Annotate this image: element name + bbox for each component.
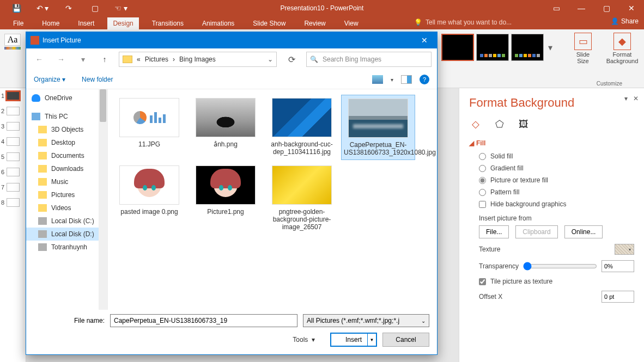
chevron-down-icon[interactable]: ⌄ — [268, 56, 273, 63]
filetype-select[interactable]: All Pictures (*.emf;*.wmf;*.jpg;*.j ⌄ — [303, 314, 429, 327]
slide-thumb-7[interactable]: 7 — [1, 183, 25, 192]
dialog-close-icon[interactable]: ✕ — [416, 36, 433, 45]
slide-thumb-3[interactable]: 3 — [1, 122, 25, 131]
tree-scrollbar[interactable] — [99, 89, 107, 310]
file-item[interactable]: anh-background-cuc-dep_110341116.jpg — [265, 95, 339, 160]
tree-3d-objects[interactable]: 3D Objects — [26, 123, 107, 136]
present-from-start-icon[interactable]: ▢ — [82, 0, 108, 16]
dialog-titlebar[interactable]: Insert Picture ✕ — [26, 32, 437, 48]
online-button[interactable]: Online... — [564, 225, 603, 238]
organize-button[interactable]: Organize ▾ — [34, 76, 65, 83]
tab-insert[interactable]: Insert — [72, 17, 100, 29]
back-icon[interactable]: ← — [32, 55, 47, 64]
tree-this-pc[interactable]: This PC — [26, 110, 107, 123]
undo-icon[interactable]: ↶ ▾ — [29, 0, 56, 16]
radio-gradient-fill[interactable]: Gradient fill — [479, 164, 634, 172]
variant-1[interactable] — [441, 34, 474, 61]
variants-more-icon[interactable]: ▾ — [548, 42, 552, 53]
radio-picture-fill[interactable]: Picture or texture fill — [479, 176, 634, 184]
collapse-icon: ◢ — [469, 139, 474, 147]
file-item[interactable]: pngtree-golden-background-picture-image_… — [265, 162, 339, 234]
ribbon-options-icon[interactable]: ▭ — [544, 0, 569, 16]
insert-button[interactable]: Insert ▼ — [330, 333, 377, 347]
file-item[interactable]: pasted image 0.png — [112, 162, 186, 234]
touch-mode-icon[interactable]: ☜ ▾ — [108, 0, 134, 16]
tree-local-disk-c[interactable]: Local Disk (C:) — [26, 214, 107, 228]
tree-label: OneDrive — [45, 94, 72, 102]
preview-pane-icon[interactable] — [401, 75, 412, 84]
slide-thumb-6[interactable]: 6 — [1, 168, 25, 176]
radio-solid-fill[interactable]: Solid fill — [479, 152, 634, 160]
breadcrumb[interactable]: « Pictures › Bing Images ⌄ — [119, 52, 277, 67]
tab-design[interactable]: Design — [107, 17, 138, 29]
folder-icon — [38, 178, 47, 186]
texture-picker[interactable]: ▾ — [615, 244, 634, 255]
slide-size-button[interactable]: ▭ Slide Size — [567, 33, 599, 64]
slide-thumb-8[interactable]: 8 — [1, 198, 25, 207]
chevron-down-icon[interactable]: ▾ — [391, 77, 393, 83]
transparency-input[interactable] — [602, 260, 634, 272]
search-input[interactable]: 🔍 Search Bing Images — [306, 52, 432, 67]
variant-2[interactable] — [476, 34, 509, 61]
transparency-slider[interactable] — [523, 262, 597, 271]
file-button[interactable]: File... — [479, 225, 509, 238]
tree-totranhuynh[interactable]: Totranhuynh — [26, 241, 107, 254]
slide-thumb-2[interactable]: 2 — [1, 107, 25, 115]
breadcrumb-part-2[interactable]: Bing Images — [179, 56, 216, 63]
breadcrumb-part-1[interactable]: Pictures — [145, 56, 168, 63]
tree-videos[interactable]: Videos — [26, 201, 107, 214]
help-icon[interactable]: ? — [420, 75, 429, 84]
tree-label: Local Disk (D:) — [51, 230, 94, 238]
tab-home[interactable]: Home — [37, 17, 65, 29]
tree-desktop[interactable]: Desktop — [26, 136, 107, 149]
picture-icon[interactable]: 🖼 — [517, 118, 530, 131]
pane-options-icon[interactable]: ▾ — [624, 95, 628, 102]
tab-transitions[interactable]: Transitions — [147, 17, 189, 29]
fill-icon[interactable]: ◇ — [469, 118, 482, 131]
save-icon[interactable]: 💾 — [3, 0, 29, 16]
tree-onedrive[interactable]: OneDrive — [26, 91, 107, 105]
cancel-button[interactable]: Cancel — [382, 333, 429, 347]
new-folder-button[interactable]: New folder — [82, 76, 113, 83]
minimize-icon[interactable]: — — [569, 0, 594, 16]
tree-music[interactable]: Music — [26, 175, 107, 188]
slide-thumb-5[interactable]: 5 — [1, 152, 25, 161]
tell-me-search[interactable]: 💡 Tell me what you want to do... — [414, 19, 512, 26]
refresh-icon[interactable]: ⟳ — [283, 54, 300, 65]
tree-pictures[interactable]: Pictures — [26, 188, 107, 201]
variant-3[interactable] — [511, 34, 544, 61]
tab-slideshow[interactable]: Slide Show — [247, 17, 291, 29]
tab-animations[interactable]: Animations — [197, 17, 240, 29]
file-item[interactable]: Picture1.png — [189, 162, 263, 234]
tab-review[interactable]: Review — [299, 17, 331, 29]
effects-icon[interactable]: ⬠ — [493, 118, 506, 131]
radio-pattern-fill[interactable]: Pattern fill — [479, 188, 634, 196]
view-mode-icon[interactable] — [372, 75, 383, 84]
file-item[interactable]: ảnh.png — [189, 95, 263, 160]
tab-file[interactable]: File — [8, 17, 29, 29]
tab-view[interactable]: View — [339, 17, 364, 29]
pane-close-icon[interactable]: ✕ — [633, 95, 639, 102]
close-icon[interactable]: ✕ — [619, 0, 644, 16]
file-item-selected[interactable]: CapePerpetua_EN-US1381606733_1920x1080.j… — [341, 95, 415, 160]
offset-x-input[interactable] — [602, 291, 634, 303]
file-item[interactable]: 11.JPG — [112, 95, 186, 160]
recent-icon[interactable]: ▾ — [75, 55, 90, 64]
redo-icon[interactable]: ↷ — [56, 0, 82, 16]
filename-input[interactable] — [110, 314, 297, 327]
insert-dropdown-icon[interactable]: ▼ — [367, 334, 376, 346]
checkbox-tile[interactable]: Tile picture as texture — [479, 278, 634, 285]
slide-thumb-4[interactable]: 4 — [1, 137, 25, 146]
share-button[interactable]: 👤 Share — [611, 17, 639, 25]
tree-local-disk-d[interactable]: Local Disk (D:) — [26, 228, 107, 241]
themes-gallery[interactable]: Aa — [0, 29, 27, 88]
tree-downloads[interactable]: Downloads — [26, 162, 107, 175]
tree-documents[interactable]: Documents — [26, 149, 107, 162]
slide-thumb-1[interactable]: 1 — [1, 91, 25, 100]
fill-section-header[interactable]: ◢ Fill — [469, 139, 634, 147]
maximize-icon[interactable]: ▢ — [594, 0, 619, 16]
up-icon[interactable]: ↑ — [97, 55, 112, 64]
checkbox-hide-bg[interactable]: Hide background graphics — [479, 200, 634, 208]
format-background-button[interactable]: ◆ Format Background — [606, 33, 639, 64]
tools-button[interactable]: Tools ▾ — [293, 336, 315, 343]
